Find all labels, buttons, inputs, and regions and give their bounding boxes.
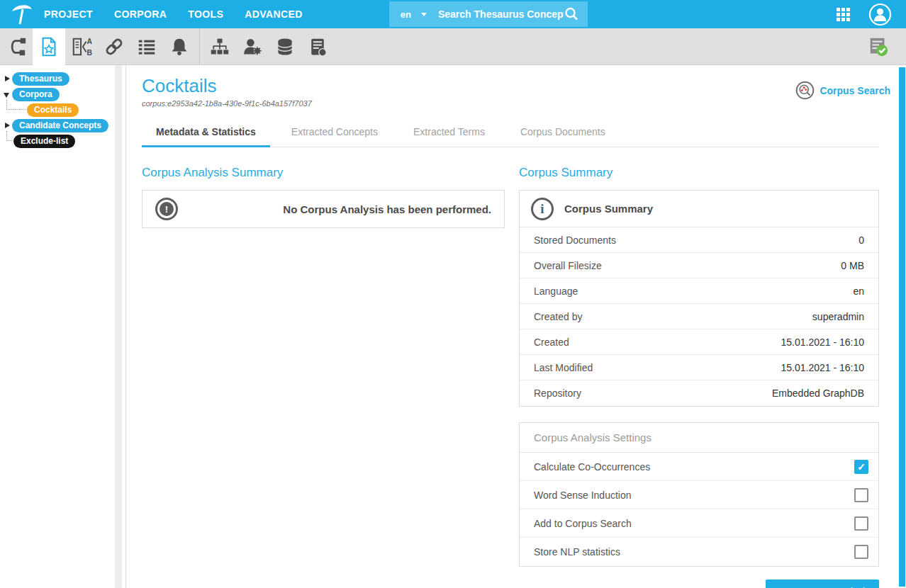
setting-label: Word Sense Induction: [534, 490, 632, 501]
tree-item-exclude-list[interactable]: Exclude-list: [13, 135, 75, 148]
menu-tools[interactable]: TOOLS: [188, 9, 223, 20]
tree-row: Thesaurus: [3, 71, 115, 86]
setting-row: Word Sense Induction: [520, 481, 878, 509]
corpus-search-label: Corpus Search: [820, 85, 890, 96]
checkbox-calculate-co-occurrences[interactable]: ✓: [854, 460, 868, 474]
document-split-ab-icon[interactable]: A B: [65, 28, 98, 65]
table-row: Created by superadmin: [520, 304, 878, 329]
corpus-analysis-settings-card: Corpus Analysis Settings Calculate Co-Oc…: [519, 422, 879, 567]
row-label: Stored Documents: [534, 234, 616, 246]
server-warning-icon[interactable]: [301, 28, 334, 65]
start-corpus-analysis-button[interactable]: Start Corpus Analysis: [766, 579, 879, 588]
row-label: Created by: [534, 311, 582, 322]
chevron-down-icon[interactable]: [421, 13, 427, 16]
poolparty-umbrella-logo[interactable]: [0, 0, 44, 28]
table-row: Last Modified 15.01.2021 - 16:10: [520, 355, 878, 380]
tree-item-cocktails[interactable]: Cocktails: [27, 103, 79, 117]
row-value: superadmin: [812, 311, 864, 322]
exclamation-circle-icon: !: [155, 198, 178, 220]
row-label: Repository: [534, 388, 581, 399]
table-row: Overall Filesize 0 MB: [520, 253, 878, 278]
row-value: 0 MB: [841, 260, 864, 271]
corpus-summary-card-header: i Corpus Summary: [520, 191, 878, 227]
tree-row: Cocktails: [3, 102, 115, 118]
row-value: 0: [859, 234, 864, 246]
sitemap-icon[interactable]: [203, 28, 236, 65]
expander-icon[interactable]: [3, 74, 12, 84]
setting-label: Add to Corpus Search: [534, 518, 632, 529]
checkbox-add-to-corpus-search[interactable]: [854, 516, 868, 531]
corpus-search-icon: [795, 81, 815, 100]
tasks-complete-icon[interactable]: [862, 28, 895, 65]
row-value: en: [853, 285, 864, 297]
table-row: Created 15.01.2021 - 16:10: [520, 329, 878, 355]
user-avatar-icon[interactable]: [868, 3, 892, 26]
row-value: 15.01.2021 - 16:10: [781, 362, 864, 373]
tree-row: Candidate Concepts: [3, 118, 115, 133]
tree-item-candidate-concepts[interactable]: Candidate Concepts: [12, 119, 108, 132]
relations-icon[interactable]: [0, 28, 33, 65]
row-label: Last Modified: [534, 362, 593, 373]
menu-corpora[interactable]: CORPORA: [114, 9, 167, 20]
document-star-icon[interactable]: [33, 28, 65, 65]
row-value: Embedded GraphDB: [772, 388, 864, 399]
corpus-search-link[interactable]: Corpus Search: [795, 81, 890, 100]
row-label: Language: [534, 285, 578, 297]
checkbox-word-sense-induction[interactable]: [854, 488, 868, 502]
row-label: Created: [534, 337, 569, 348]
corpus-summary-heading: Corpus Summary: [519, 166, 879, 180]
workspace: Thesaurus Corpora Cocktails Candidate Co…: [0, 65, 906, 588]
tab-extracted-concepts[interactable]: Extracted Concepts: [277, 119, 392, 147]
expander-icon[interactable]: [3, 121, 12, 130]
tree-item-corpora[interactable]: Corpora: [12, 88, 60, 101]
search-language-select[interactable]: en: [401, 9, 411, 20]
table-row: Stored Documents 0: [520, 227, 878, 253]
topbar-right-group: [837, 3, 906, 26]
search-input[interactable]: [438, 9, 564, 20]
database-icon[interactable]: [269, 28, 301, 65]
table-row: Language en: [520, 278, 878, 304]
corpus-summary-card-title: Corpus Summary: [564, 203, 653, 215]
expander-icon[interactable]: [3, 90, 12, 99]
thesaurus-search-box: en: [389, 1, 588, 27]
row-value: 15.01.2021 - 16:10: [781, 337, 864, 348]
tab-metadata-statistics[interactable]: Metadata & Statistics: [142, 119, 270, 147]
corpus-id: corpus:e2953a42-1b8a-430e-9f1c-6b4a157f7…: [142, 99, 879, 108]
svg-text:A: A: [87, 38, 93, 45]
setting-label: Store NLP statistics: [534, 546, 620, 558]
menu-advanced[interactable]: ADVANCED: [245, 9, 303, 20]
tab-corpus-documents[interactable]: Corpus Documents: [506, 119, 620, 147]
project-tree-sidebar: Thesaurus Corpora Cocktails Candidate Co…: [0, 65, 115, 588]
main-content: Cocktails corpus:e2953a42-1b8a-430e-9f1c…: [126, 65, 906, 588]
secondary-toolbar: A B: [0, 28, 906, 65]
sidebar-scrollbar[interactable]: [115, 65, 122, 588]
corpus-analysis-summary-heading: Corpus Analysis Summary: [142, 166, 505, 180]
tree-row: Exclude-list: [3, 133, 115, 149]
page-title: Cocktails: [142, 75, 879, 97]
list-icon[interactable]: [130, 28, 163, 65]
menu-project[interactable]: PROJECT: [44, 9, 93, 20]
setting-row: Store NLP statistics: [520, 538, 878, 566]
setting-row: Add to Corpus Search: [520, 509, 878, 538]
search-icon[interactable]: [564, 6, 579, 22]
info-circle-icon: i: [531, 198, 554, 220]
tab-extracted-terms[interactable]: Extracted Terms: [399, 119, 499, 147]
tree-connector: [6, 100, 26, 110]
corpus-summary-card: i Corpus Summary Stored Documents 0 Over…: [519, 190, 879, 407]
checkbox-store-nlp-statistics[interactable]: [854, 545, 868, 559]
svg-text:B: B: [87, 49, 92, 57]
tree-connector: [6, 131, 12, 141]
notifications-bell-icon[interactable]: [163, 28, 196, 65]
apps-grid-icon[interactable]: [837, 8, 850, 21]
no-analysis-alert: ! No Corpus Analysis has been performed.: [142, 190, 505, 228]
table-row: Repository Embedded GraphDB: [520, 380, 878, 406]
row-label: Overall Filesize: [534, 260, 602, 271]
tree-item-thesaurus[interactable]: Thesaurus: [12, 72, 69, 86]
vertical-scrollbar[interactable]: [899, 67, 905, 587]
setting-row: Calculate Co-Occurrences ✓: [520, 453, 878, 481]
user-settings-icon[interactable]: [236, 28, 269, 65]
link-icon[interactable]: [98, 28, 130, 65]
no-analysis-message: No Corpus Analysis has been performed.: [283, 203, 491, 215]
settings-header: Corpus Analysis Settings: [520, 423, 878, 453]
tab-bar: Metadata & Statistics Extracted Concepts…: [142, 119, 879, 147]
